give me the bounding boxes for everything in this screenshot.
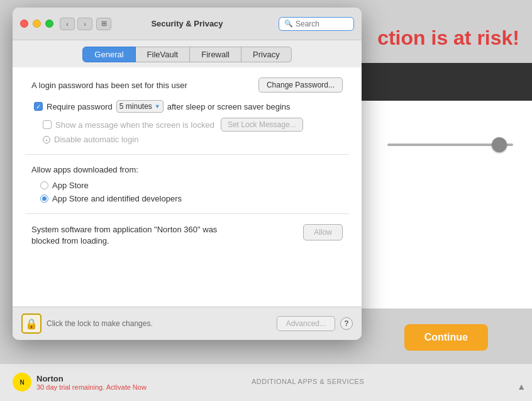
minimize-button[interactable]: [33, 20, 41, 28]
close-button[interactable]: [20, 20, 28, 28]
show-message-label: Show a message when the screen is locked: [55, 120, 214, 130]
change-password-button[interactable]: Change Password...: [258, 77, 343, 93]
advanced-button[interactable]: Advanced...: [277, 316, 335, 331]
set-lock-message-button[interactable]: Set Lock Message...: [221, 118, 303, 132]
norton-circle-icon: N: [13, 373, 31, 392]
search-box[interactable]: 🔍: [279, 17, 354, 31]
title-bar: ‹ › ⊞ Security & Privacy 🔍: [13, 8, 362, 40]
dark-bar: [356, 63, 532, 101]
search-input[interactable]: [296, 20, 352, 28]
login-password-text: A login password has been set for this u…: [31, 81, 187, 90]
norton-logo: N Norton 30 day trial remaining. Activat…: [13, 373, 147, 392]
continue-button[interactable]: Continue: [404, 324, 488, 351]
scroll-up-icon[interactable]: ▲: [517, 381, 526, 392]
norton-text-group: Norton 30 day trial remaining. Activate …: [36, 374, 147, 391]
require-password-label: Require password: [47, 102, 113, 111]
time-select-dropdown[interactable]: 5 minutes ▼: [116, 100, 163, 113]
norton-label: Norton: [36, 374, 147, 383]
show-message-checkbox[interactable]: [43, 120, 52, 129]
app-store-radio-row: App Store: [31, 181, 343, 190]
norton-subtitle: 30 day trial remaining. Activate Now: [36, 383, 147, 391]
allow-apps-section: Allow apps downloaded from: App Store Ap…: [25, 165, 349, 203]
divider-1: [25, 154, 349, 155]
app-store-identified-radio-row: App Store and identified developers: [31, 194, 343, 203]
app-store-identified-radio[interactable]: [40, 195, 48, 203]
app-store-radio[interactable]: [40, 181, 48, 189]
tab-filevault[interactable]: FileVault: [136, 47, 191, 62]
nav-buttons: ‹ ›: [60, 18, 92, 30]
divider-2: [25, 213, 349, 214]
help-button[interactable]: ?: [340, 317, 353, 330]
allow-apps-title: Allow apps downloaded from:: [31, 165, 343, 174]
search-icon: 🔍: [284, 20, 293, 28]
app-store-label: App Store: [52, 181, 89, 190]
bg-bottom-bar: N Norton 30 day trial remaining. Activat…: [0, 363, 532, 401]
window-bottom-bar: 🔒 Click the lock to make changes. Advanc…: [13, 307, 362, 340]
after-sleep-text: after sleep or screen saver begins: [167, 102, 291, 111]
click-lock-text: Click the lock to make changes.: [47, 319, 272, 328]
app-store-identified-label: App Store and identified developers: [52, 194, 182, 203]
norton-blocked-text: System software from application "Norton…: [31, 224, 245, 247]
disable-login-radio[interactable]: [43, 136, 50, 144]
tab-bar: General FileVault Firewall Privacy: [13, 40, 362, 67]
dropdown-arrow-icon: ▼: [155, 103, 160, 110]
traffic-lights: [20, 20, 53, 28]
disable-login-label: Disable automatic login: [54, 135, 138, 144]
require-password-checkbox[interactable]: ✓: [34, 102, 43, 111]
additional-services-label: ADDITIONAL APPS & SERVICES: [252, 378, 364, 385]
bg-slider-area: [387, 135, 513, 154]
grid-button[interactable]: ⊞: [96, 18, 111, 30]
lock-icon-container[interactable]: 🔒: [21, 313, 42, 334]
security-privacy-window: ‹ › ⊞ Security & Privacy 🔍 General FileV…: [13, 8, 362, 340]
forward-button[interactable]: ›: [77, 18, 92, 30]
show-message-row: Show a message when the screen is locked…: [25, 118, 349, 132]
tab-firewall[interactable]: Firewall: [190, 47, 241, 62]
risk-text: ction is at risk!: [377, 26, 519, 50]
require-password-row: ✓ Require password 5 minutes ▼ after sle…: [25, 100, 349, 113]
maximize-button[interactable]: [45, 20, 53, 28]
norton-blocked-section: System software from application "Norton…: [25, 224, 349, 247]
window-content: A login password has been set for this u…: [13, 67, 362, 307]
disable-login-row: Disable automatic login: [25, 135, 349, 144]
window-title: Security & Privacy: [151, 19, 223, 28]
back-button[interactable]: ‹: [60, 18, 75, 30]
bg-slider-thumb: [492, 137, 507, 152]
time-value: 5 minutes: [119, 102, 152, 111]
login-password-row: A login password has been set for this u…: [25, 77, 349, 93]
tab-privacy[interactable]: Privacy: [241, 47, 292, 62]
bg-slider-track: [387, 144, 513, 146]
allow-button[interactable]: Allow: [303, 224, 343, 240]
lock-icon: 🔒: [25, 318, 38, 330]
tab-general[interactable]: General: [82, 47, 135, 62]
